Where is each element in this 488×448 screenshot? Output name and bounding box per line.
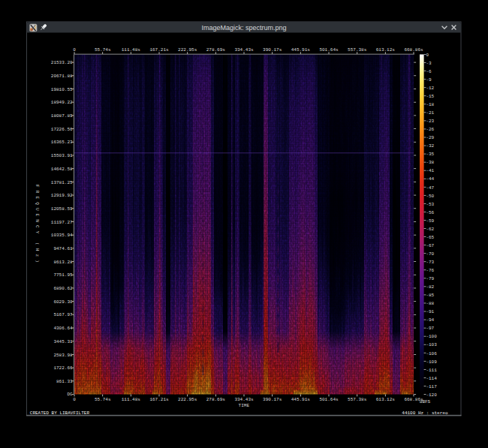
svg-text:-67: -67 [426,243,434,248]
svg-text:334.43s: 334.43s [234,47,254,53]
svg-text:55.74s: 55.74s [95,397,111,402]
svg-text:19810.55: 19810.55 [51,87,73,92]
svg-text:861.33: 861.33 [56,379,73,384]
svg-text:-91: -91 [426,309,434,314]
svg-text:-62: -62 [426,227,434,232]
svg-text:-120: -120 [426,392,437,398]
svg-text:20671.88: 20671.88 [51,74,73,79]
svg-text:-35: -35 [426,152,434,157]
svg-text:-26: -26 [426,127,434,132]
svg-text:-79: -79 [426,276,434,281]
svg-text:8613.28: 8613.28 [53,260,73,265]
svg-text:-103: -103 [426,342,437,347]
svg-text:613.12s: 613.12s [376,47,396,53]
svg-text:-9: -9 [426,77,432,83]
svg-text:-97: -97 [426,326,434,331]
svg-text:278.69s: 278.69s [206,397,226,402]
svg-text:1722.66: 1722.66 [53,365,73,371]
svg-text:-3: -3 [426,61,432,66]
svg-text:13781.25: 13781.25 [51,180,73,185]
svg-text:-29: -29 [426,135,434,140]
svg-text:-12: -12 [426,86,434,91]
svg-text:21533.20: 21533.20 [51,60,73,65]
svg-text:9474.61: 9474.61 [53,246,73,251]
svg-text:0: 0 [426,53,429,58]
svg-text:-44: -44 [426,176,434,182]
svg-text:557.38s: 557.38s [348,397,367,402]
svg-text:-117: -117 [426,384,437,389]
svg-text:-70: -70 [426,251,434,257]
svg-text:17226.56: 17226.56 [51,127,73,132]
svg-text:7751.95: 7751.95 [53,272,73,278]
svg-text:-73: -73 [426,260,434,265]
svg-text:-111: -111 [426,368,437,373]
svg-text:-32: -32 [426,143,434,149]
svg-text:222.95s: 222.95s [178,47,197,53]
svg-text:dBFS: dBFS [420,399,431,404]
svg-text:10335.94: 10335.94 [51,233,73,238]
svg-text:18949.22: 18949.22 [51,100,73,105]
svg-text:167.21s: 167.21s [149,47,169,53]
svg-text:-76: -76 [426,268,434,273]
svg-text:0: 0 [73,47,76,53]
svg-text:334.43s: 334.43s [234,397,254,402]
svg-text:18087.89: 18087.89 [51,113,73,119]
svg-text:222.95s: 222.95s [178,397,197,402]
svg-text:-53: -53 [426,202,434,207]
svg-text:501.64s: 501.64s [319,47,339,53]
svg-text:4306.64: 4306.64 [53,326,73,331]
svg-text:FREQUENCY (Hz): FREQUENCY (Hz) [35,185,40,266]
svg-text:-38: -38 [426,160,434,165]
svg-text:-41: -41 [426,168,434,173]
svg-text:278.69s: 278.69s [206,47,226,53]
svg-text:-106: -106 [426,351,437,356]
svg-text:111.48s: 111.48s [122,47,141,53]
svg-text:-21: -21 [426,110,434,116]
svg-text:-82: -82 [426,284,434,290]
svg-text:668.86s: 668.86s [404,47,423,53]
svg-text:ImageMagick: spectrum.png: ImageMagick: spectrum.png [201,24,286,32]
svg-text:6029.30: 6029.30 [53,299,73,305]
svg-text:TIME: TIME [239,403,250,408]
svg-text:5167.97: 5167.97 [53,312,73,317]
svg-text:0: 0 [73,397,76,402]
svg-text:CREATED BY LIBAVFILTER: CREATED BY LIBAVFILTER [30,410,90,416]
svg-text:-50: -50 [426,194,434,199]
svg-text:-109: -109 [426,359,437,365]
svg-text:2583.98: 2583.98 [53,353,73,358]
svg-text:55.74s: 55.74s [95,47,111,53]
svg-text:445.91s: 445.91s [291,47,311,53]
svg-text:DC: DC [67,392,73,397]
svg-text:-47: -47 [426,185,434,191]
svg-text:44100 Hz : stereo: 44100 Hz : stereo [402,410,448,416]
svg-text:-23: -23 [426,119,434,124]
svg-text:-59: -59 [426,218,434,224]
svg-text:390.17s: 390.17s [263,47,282,53]
svg-text:-94: -94 [426,317,434,323]
svg-text:613.12s: 613.12s [376,397,396,402]
svg-text:390.17s: 390.17s [263,397,282,402]
svg-text:14642.58: 14642.58 [51,167,73,172]
svg-text:-100: -100 [426,334,437,339]
svg-text:12058.59: 12058.59 [51,206,73,212]
svg-text:6890.62: 6890.62 [53,286,73,291]
svg-text:12919.92: 12919.92 [51,193,73,198]
svg-text:-114: -114 [426,376,437,381]
svg-text:3445.31: 3445.31 [53,339,73,344]
svg-text:557.38s: 557.38s [348,47,367,53]
svg-text:167.21s: 167.21s [149,397,169,402]
svg-text:445.91s: 445.91s [291,397,311,402]
svg-text:16365.23: 16365.23 [51,140,73,145]
svg-text:-85: -85 [426,293,434,298]
svg-text:-6: -6 [426,69,432,74]
svg-text:15503.91: 15503.91 [51,153,73,158]
svg-text:-15: -15 [426,94,434,99]
svg-text:111.48s: 111.48s [122,397,141,402]
svg-text:-56: -56 [426,210,434,215]
svg-text:11197.27: 11197.27 [51,220,73,225]
svg-text:501.64s: 501.64s [319,397,339,402]
svg-text:-88: -88 [426,301,434,306]
svg-text:-65: -65 [426,235,434,240]
svg-text:-18: -18 [426,102,434,107]
